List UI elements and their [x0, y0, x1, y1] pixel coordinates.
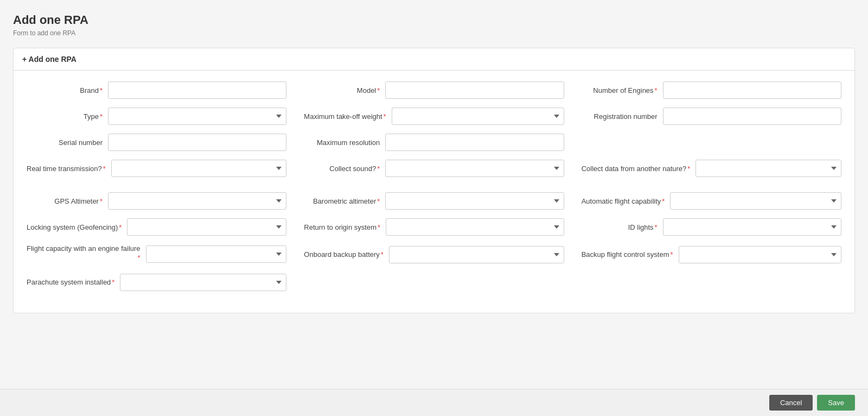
form-row-1: Brand* Model* Number of Engines* [27, 81, 841, 99]
auto-flight-select[interactable] [670, 192, 841, 210]
max-resolution-label: Maximum resolution [304, 138, 380, 147]
collect-sound-label: Collect sound?* [304, 165, 380, 173]
num-engines-label: Number of Engines* [582, 86, 658, 94]
onboard-battery-label: Onboard backup battery* [304, 250, 384, 259]
type-group: Type* [27, 108, 286, 125]
form-row-7: Flight capacity with an engine failure* … [27, 244, 841, 265]
model-input[interactable] [385, 81, 564, 99]
page-title: Add one RPA [13, 13, 855, 27]
backup-flight-group: Backup flight control system* [582, 244, 841, 265]
backup-flight-select[interactable] [679, 246, 841, 263]
registration-input[interactable] [663, 108, 841, 125]
return-origin-label: Return to origin system* [304, 223, 380, 231]
gps-altimeter-select[interactable] [108, 192, 286, 210]
cancel-button[interactable]: Cancel [769, 395, 813, 411]
form-card: + Add one RPA Brand* Model* [13, 48, 855, 313]
form-row-6: Locking system (Geofencing)* Return to o… [27, 218, 841, 236]
form-row-3: Serial number Maximum resolution [27, 134, 841, 151]
form-card-body: Brand* Model* Number of Engines* [14, 71, 854, 313]
locking-system-label: Locking system (Geofencing)* [27, 223, 122, 231]
id-lights-label: ID lights* [582, 223, 658, 231]
onboard-battery-select[interactable] [389, 246, 564, 263]
brand-label: Brand* [27, 86, 103, 94]
empty-cell-2 [304, 274, 564, 291]
form-row-5: GPS Altimeter* Barometric altimeter* [27, 192, 841, 210]
registration-label: Registration number [582, 112, 658, 121]
form-row-2: Type* Maximum take-off weight* [27, 108, 841, 125]
num-engines-input[interactable] [663, 81, 841, 99]
parachute-label: Parachute system installed* [27, 278, 114, 286]
max-takeoff-select[interactable] [392, 108, 564, 125]
collect-data-label: Collect data from another nature?* [582, 165, 691, 173]
card-header-label: + Add one RPA [22, 55, 76, 64]
model-label: Model* [304, 86, 380, 94]
registration-group: Registration number [582, 108, 841, 125]
return-origin-group: Return to origin system* [304, 218, 564, 236]
collect-sound-group: Collect sound?* [304, 160, 564, 177]
locking-system-select[interactable] [127, 218, 286, 236]
serial-number-input[interactable] [108, 134, 286, 151]
collect-data-group: Collect data from another nature?* [582, 160, 841, 177]
id-lights-select[interactable] [663, 218, 841, 236]
save-button[interactable]: Save [817, 395, 855, 411]
serial-number-label: Serial number [27, 138, 103, 147]
gps-altimeter-group: GPS Altimeter* [27, 192, 286, 210]
flight-capacity-select[interactable] [146, 245, 287, 263]
type-label: Type* [27, 112, 103, 121]
id-lights-group: ID lights* [582, 218, 841, 236]
max-resolution-group: Maximum resolution [304, 134, 564, 151]
return-origin-select[interactable] [386, 218, 564, 236]
max-resolution-input[interactable] [385, 134, 564, 151]
form-row-8: Parachute system installed* [27, 274, 841, 291]
form-card-header: + Add one RPA [14, 48, 854, 71]
backup-flight-label: Backup flight control system* [582, 250, 673, 259]
collect-sound-select[interactable] [385, 160, 564, 177]
serial-number-group: Serial number [27, 134, 286, 151]
gps-altimeter-label: GPS Altimeter* [27, 197, 103, 205]
auto-flight-group: Automatic flight capability* [582, 192, 841, 210]
collect-data-select[interactable] [695, 160, 841, 177]
num-engines-group: Number of Engines* [582, 81, 841, 99]
footer-bar: Cancel Save [0, 389, 868, 416]
empty-cell-3 [582, 274, 841, 291]
real-time-tx-group: Real time transmission?* [27, 160, 286, 177]
empty-cell-1 [582, 134, 841, 151]
type-select[interactable] [108, 108, 286, 125]
baro-altimeter-label: Barometric altimeter* [304, 197, 380, 205]
spacer-1 [27, 186, 841, 192]
real-time-tx-label: Real time transmission?* [27, 165, 106, 173]
max-takeoff-group: Maximum take-off weight* [304, 108, 564, 125]
baro-altimeter-select[interactable] [385, 192, 564, 210]
max-takeoff-label: Maximum take-off weight* [304, 112, 386, 121]
flight-capacity-group: Flight capacity with an engine failure* [27, 244, 286, 265]
baro-altimeter-group: Barometric altimeter* [304, 192, 564, 210]
flight-capacity-label: Flight capacity with an engine failure* [27, 244, 141, 263]
parachute-group: Parachute system installed* [27, 274, 286, 291]
form-row-4: Real time transmission?* Collect sound?* [27, 160, 841, 177]
onboard-battery-group: Onboard backup battery* [304, 244, 564, 265]
model-group: Model* [304, 81, 564, 99]
real-time-tx-select[interactable] [111, 160, 287, 177]
parachute-select[interactable] [120, 274, 286, 291]
locking-system-group: Locking system (Geofencing)* [27, 218, 286, 236]
page-subtitle: Form to add one RPA [13, 29, 855, 37]
brand-group: Brand* [27, 81, 286, 99]
auto-flight-label: Automatic flight capability* [582, 197, 665, 205]
brand-input[interactable] [108, 81, 286, 99]
